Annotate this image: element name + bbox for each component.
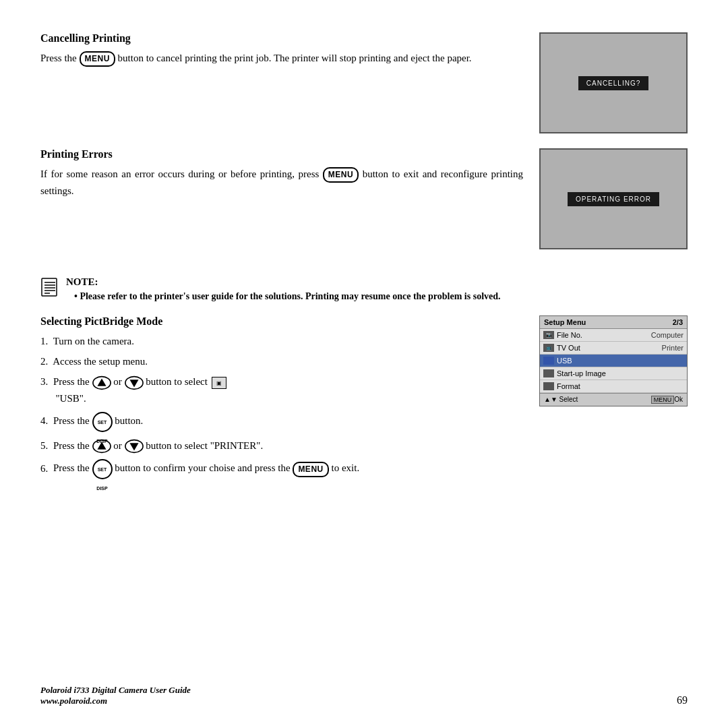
or-text-3: or bbox=[113, 376, 124, 387]
page-number: 69 bbox=[677, 694, 688, 706]
cancelling-screen-col: CANCELLING? bbox=[539, 32, 688, 133]
startup-icon bbox=[543, 369, 554, 377]
printing-errors-body: If for some reason an error occurs durin… bbox=[40, 166, 523, 199]
ok-key: MENU bbox=[651, 396, 675, 404]
usb-menu-icon bbox=[543, 357, 554, 365]
note-bullet-1: • Please refer to the printer's user gui… bbox=[66, 291, 501, 301]
svg-marker-13 bbox=[129, 443, 138, 450]
menu-row-startup: Start-up Image bbox=[540, 367, 687, 380]
note-content: NOTE: • Please refer to the printer's us… bbox=[66, 276, 501, 303]
setup-menu-header: Setup Menu 2/3 bbox=[540, 316, 687, 329]
note-title: NOTE: bbox=[66, 276, 501, 288]
set-button-4: SETDISP bbox=[92, 412, 113, 432]
steps-list: 1. Turn on the camera. 2. Access the set… bbox=[40, 333, 523, 479]
menu-row-usb: USB bbox=[540, 355, 687, 367]
step-3-num: 3. bbox=[40, 376, 48, 387]
cancelling-printing-text: Cancelling Printing Press the MENU butto… bbox=[40, 32, 523, 67]
tv-out-label: TV Out bbox=[557, 344, 659, 352]
step-1: 1. Turn on the camera. bbox=[40, 333, 523, 349]
main-content: Cancelling Printing Press the MENU butto… bbox=[40, 32, 688, 483]
step-6-num: 6. bbox=[40, 463, 48, 474]
footer-arrows: ▲▼ Select bbox=[544, 396, 578, 404]
or-text-5: or bbox=[113, 440, 124, 451]
svg-marker-9 bbox=[129, 380, 138, 387]
usb-label: USB bbox=[557, 357, 681, 365]
file-no-value: Computer bbox=[651, 331, 684, 339]
cancelling-printing-body: Press the MENU button to cancel printing… bbox=[40, 50, 523, 67]
file-no-label: File No. bbox=[557, 331, 648, 339]
down-arrow-button-3 bbox=[125, 375, 144, 390]
step-4-num: 4. bbox=[40, 415, 48, 426]
errors-screen-col: OPERATING ERROR bbox=[539, 148, 688, 249]
footer-brand: Polaroid i733 Digital Camera User Guide … bbox=[40, 685, 191, 706]
svg-marker-7 bbox=[97, 378, 106, 386]
cancelling-printing-title: Cancelling Printing bbox=[40, 32, 523, 44]
page-footer: Polaroid i733 Digital Camera User Guide … bbox=[40, 685, 688, 706]
step-3: 3. Press the or bbox=[40, 373, 523, 406]
brand-line2: www.polaroid.com bbox=[40, 696, 191, 706]
errors-screen-label: OPERATING ERROR bbox=[568, 192, 659, 206]
set-button-6: SETDISP bbox=[92, 459, 113, 479]
menu-button-2: MENU bbox=[323, 167, 359, 183]
page: Cancelling Printing Press the MENU butto… bbox=[0, 0, 728, 728]
note-section: NOTE: • Please refer to the printer's us… bbox=[40, 276, 688, 303]
step-5-num: 5. bbox=[40, 440, 48, 451]
menu-row-tvout: 📺 TV Out Printer bbox=[540, 342, 687, 355]
menu-button-1: MENU bbox=[80, 51, 115, 67]
step-6: 6. Press the SETDISP button to confirm y… bbox=[40, 459, 523, 479]
step-1-num: 1. bbox=[40, 336, 48, 346]
menu-button-6: MENU bbox=[293, 462, 328, 477]
format-icon bbox=[543, 382, 554, 390]
note-icon bbox=[40, 278, 59, 297]
up-arrow-button-5 bbox=[92, 439, 111, 454]
setup-menu: Setup Menu 2/3 📷 File No. Computer 📺 TV … bbox=[539, 315, 688, 406]
format-label: Format bbox=[557, 382, 681, 390]
file-no-icon: 📷 bbox=[543, 331, 554, 339]
select-label: Select bbox=[559, 396, 578, 403]
cancelling-screen-label: CANCELLING? bbox=[578, 76, 648, 90]
footer-ok: MENUOk bbox=[651, 396, 683, 404]
pictbridge-title: Selecting PictBridge Mode bbox=[40, 315, 523, 328]
cancelling-screen: CANCELLING? bbox=[539, 32, 688, 133]
menu-row-fileno: 📷 File No. Computer bbox=[540, 329, 687, 342]
printing-errors-section: Printing Errors If for some reason an er… bbox=[40, 148, 688, 249]
cancelling-printing-section: Cancelling Printing Press the MENU butto… bbox=[40, 32, 688, 133]
brand-line1: Polaroid i733 Digital Camera User Guide bbox=[40, 685, 191, 696]
usb-icon: ▣ bbox=[212, 377, 226, 389]
printing-errors-title: Printing Errors bbox=[40, 148, 523, 160]
step-5: 5. Press the or bbox=[40, 437, 523, 454]
errors-screen: OPERATING ERROR bbox=[539, 148, 688, 249]
down-arrow-button-5 bbox=[125, 439, 144, 454]
svg-marker-11 bbox=[97, 442, 106, 450]
step-2-num: 2. bbox=[40, 356, 48, 367]
setup-menu-col: Setup Menu 2/3 📷 File No. Computer 📺 TV … bbox=[539, 315, 688, 406]
pictbridge-text: Selecting PictBridge Mode 1. Turn on the… bbox=[40, 315, 523, 483]
step-2: 2. Access the setup menu. bbox=[40, 353, 523, 369]
pictbridge-section: Selecting PictBridge Mode 1. Turn on the… bbox=[40, 315, 688, 483]
menu-row-format: Format bbox=[540, 380, 687, 393]
note-body: • Please refer to the printer's user gui… bbox=[66, 289, 501, 303]
tv-out-icon: 📺 bbox=[543, 344, 554, 352]
printing-errors-text: Printing Errors If for some reason an er… bbox=[40, 148, 523, 199]
setup-menu-title: Setup Menu bbox=[544, 318, 586, 326]
setup-menu-footer: ▲▼ Select MENUOk bbox=[540, 393, 687, 406]
setup-menu-page: 2/3 bbox=[673, 318, 683, 326]
ok-label: Ok bbox=[674, 396, 683, 403]
startup-label: Start-up Image bbox=[557, 369, 681, 377]
tv-out-value: Printer bbox=[662, 344, 684, 352]
up-arrow-button-3 bbox=[92, 375, 111, 390]
step-4: 4. Press the SETDISP button. bbox=[40, 412, 523, 432]
